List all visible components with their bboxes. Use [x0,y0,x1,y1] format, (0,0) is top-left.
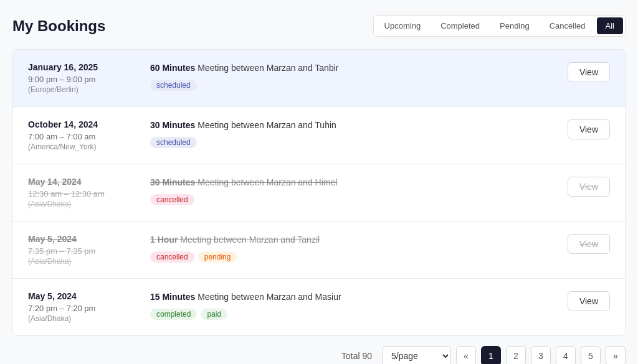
pagination-prev[interactable]: « [456,346,476,364]
pagination-next[interactable]: » [606,346,626,364]
total-label: Total 90 [341,351,372,361]
booking-date-4: May 5, 2024 [28,291,140,301]
booking-title-2: 30 Minutes Meeting between Marzan and Hi… [150,177,558,189]
filter-tab-completed[interactable]: Completed [432,17,488,34]
filter-tab-all[interactable]: All [597,17,623,34]
badges-3: cancelledpending [150,251,558,263]
view-button-3[interactable]: View [568,234,610,254]
booking-date-0: January 16, 2025 [28,62,140,72]
view-button-2[interactable]: View [568,177,610,197]
badges-4: completedpaid [150,309,558,320]
page-container: My Bookings UpcomingCompletedPendingCanc… [0,0,638,364]
booking-title-4: 15 Minutes Meeting between Marzan and Ma… [150,291,558,304]
view-button-4[interactable]: View [568,291,610,311]
booking-action-0: View [568,62,610,82]
filter-tab-upcoming[interactable]: Upcoming [376,17,430,34]
filter-tabs: UpcomingCompletedPendingCancelledAll [373,15,626,37]
badge-cancelled-3: cancelled [150,251,194,263]
bookings-list: January 16, 2025 9:00 pm – 9:00 pm (Euro… [12,49,626,336]
badge-scheduled-1: scheduled [150,137,197,148]
view-button-1[interactable]: View [568,119,610,139]
badge-scheduled-0: scheduled [150,80,197,91]
booking-time-0: 9:00 pm – 9:00 pm [28,75,140,84]
booking-details-2: 30 Minutes Meeting between Marzan and Hi… [140,177,568,205]
pagination-page-1[interactable]: 1 [481,346,501,364]
booking-timezone-4: (Asia/Dhaka) [28,314,140,323]
badges-2: cancelled [150,194,558,205]
booking-date-2: May 14, 2024 [28,177,140,187]
filter-tab-cancelled[interactable]: Cancelled [541,17,594,34]
booking-action-4: View [568,291,610,311]
booking-action-3: View [568,234,610,254]
booking-date-3: May 5, 2024 [28,234,140,244]
header: My Bookings UpcomingCompletedPendingCanc… [12,15,626,37]
badge-paid-4: paid [201,309,227,320]
pagination-section: Total 90 5/page10/page20/page50/page « 1… [12,346,626,364]
booking-action-1: View [568,119,610,139]
booking-row: May 5, 2024 7:35 pm – 7:35 pm (Asia/Dhak… [13,222,625,279]
booking-time-1: 7:00 am – 7:00 am [28,132,140,141]
booking-details-3: 1 Hour Meeting between Marzan and Tanzil… [140,234,568,263]
booking-timezone-2: (Asia/Dhaka) [28,200,140,208]
badge-cancelled-2: cancelled [150,194,194,205]
badges-1: scheduled [150,137,558,148]
pagination-page-2[interactable]: 2 [506,346,526,364]
badges-0: scheduled [150,80,558,91]
badge-pending-3: pending [198,251,237,263]
page-title: My Bookings [12,17,105,35]
booking-details-1: 30 Minutes Meeting between Marzan and Tu… [140,119,568,148]
booking-action-2: View [568,177,610,197]
date-section-1: October 14, 2024 7:00 am – 7:00 am (Amer… [28,119,140,151]
booking-row: May 14, 2024 12:30 am – 12:30 am (Asia/D… [13,164,625,222]
pagination-page-4[interactable]: 4 [556,346,576,364]
date-section-3: May 5, 2024 7:35 pm – 7:35 pm (Asia/Dhak… [28,234,140,266]
booking-row: October 14, 2024 7:00 am – 7:00 am (Amer… [13,107,625,164]
pagination-page-5[interactable]: 5 [581,346,601,364]
date-section-0: January 16, 2025 9:00 pm – 9:00 pm (Euro… [28,62,140,94]
per-page-select[interactable]: 5/page10/page20/page50/page [382,346,451,364]
booking-title-3: 1 Hour Meeting between Marzan and Tanzil [150,234,558,246]
booking-date-1: October 14, 2024 [28,119,140,129]
pagination-page-3[interactable]: 3 [531,346,551,364]
booking-timezone-3: (Asia/Dhaka) [28,257,140,266]
booking-row: May 5, 2024 7:20 pm – 7:20 pm (Asia/Dhak… [13,279,625,335]
booking-details-0: 60 Minutes Meeting between Marzan and Ta… [140,62,568,91]
booking-title-0: 60 Minutes Meeting between Marzan and Ta… [150,62,558,75]
badge-completed-4: completed [150,309,197,320]
booking-time-3: 7:35 pm – 7:35 pm [28,246,140,256]
booking-timezone-1: (America/New_York) [28,142,140,151]
booking-time-4: 7:20 pm – 7:20 pm [28,304,140,313]
booking-details-4: 15 Minutes Meeting between Marzan and Ma… [140,291,568,320]
date-section-4: May 5, 2024 7:20 pm – 7:20 pm (Asia/Dhak… [28,291,140,323]
filter-tab-pending[interactable]: Pending [491,17,538,34]
booking-time-2: 12:30 am – 12:30 am [28,189,140,198]
booking-timezone-0: (Europe/Berlin) [28,85,140,94]
booking-title-1: 30 Minutes Meeting between Marzan and Tu… [150,119,558,132]
booking-row: January 16, 2025 9:00 pm – 9:00 pm (Euro… [13,50,625,107]
view-button-0[interactable]: View [568,62,610,82]
date-section-2: May 14, 2024 12:30 am – 12:30 am (Asia/D… [28,177,140,208]
